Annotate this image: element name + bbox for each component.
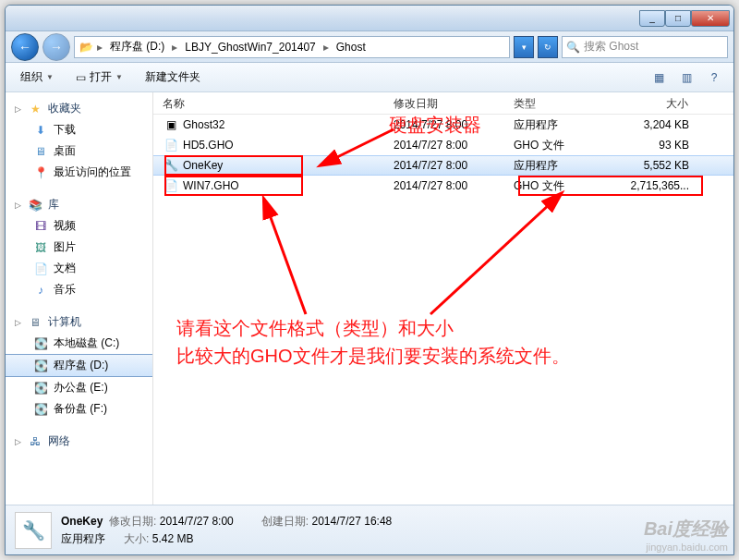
forward-button[interactable]: → <box>42 33 70 61</box>
file-type: 应用程序 <box>504 158 606 174</box>
minimize-button[interactable]: _ <box>639 10 665 27</box>
column-type[interactable]: 类型 <box>504 92 606 114</box>
sidebar-downloads[interactable]: ⬇下载 <box>6 119 152 140</box>
file-size: 2,715,365... <box>606 179 698 192</box>
toolbar: 组织▼ ▭打开▼ 新建文件夹 ▦ ▥ ? <box>6 63 733 92</box>
sidebar-pictures[interactable]: 🖼图片 <box>6 237 152 258</box>
desktop-icon: 🖥 <box>33 144 48 159</box>
sidebar-music[interactable]: ♪音乐 <box>6 279 152 300</box>
refresh-button[interactable]: ↻ <box>538 36 558 58</box>
file-date: 2014/7/27 8:00 <box>384 179 504 192</box>
network-icon: 🖧 <box>28 434 42 449</box>
video-icon: 🎞 <box>33 219 48 234</box>
view-mode-button[interactable]: ▦ <box>647 67 671 88</box>
document-icon: 📄 <box>33 262 48 276</box>
file-name: HD5.GHO <box>183 139 384 152</box>
sidebar-drive-f[interactable]: 💽备份盘 (F:) <box>6 398 152 420</box>
file-row[interactable]: 📄 HD5.GHO 2014/7/27 8:00 GHO 文件 93 KB <box>153 135 733 155</box>
column-name[interactable]: 名称 <box>153 92 384 114</box>
file-size: 5,552 KB <box>606 159 698 172</box>
maximize-button[interactable]: □ <box>665 10 691 27</box>
drive-icon: 💽 <box>33 402 48 417</box>
breadcrumb-sep: ▸ <box>172 41 177 54</box>
file-size: 93 KB <box>606 139 698 152</box>
sidebar-drive-d[interactable]: 💽程序盘 (D:) <box>6 354 152 377</box>
gho-icon: 📄 <box>163 138 179 152</box>
exe-icon: 🔧 <box>163 158 179 173</box>
sidebar-recent[interactable]: 📍最近访问的位置 <box>6 162 152 183</box>
drive-icon: 💽 <box>33 336 48 351</box>
sidebar-drive-e[interactable]: 💽办公盘 (E:) <box>6 377 152 398</box>
file-size: 3,204 KB <box>606 118 698 131</box>
column-headers: 名称 修改日期 类型 大小 <box>153 92 733 115</box>
file-row[interactable]: 📄 WIN7.GHO 2014/7/27 8:00 GHO 文件 2,715,3… <box>153 176 733 196</box>
library-icon: 📚 <box>28 198 42 213</box>
open-button[interactable]: ▭打开▼ <box>68 67 130 88</box>
breadcrumb-sep: ▸ <box>323 41 329 54</box>
file-row[interactable]: 🔧 OneKey 2014/7/27 8:00 应用程序 5,552 KB <box>153 155 733 176</box>
file-thumbnail: 🔧 <box>15 512 52 549</box>
preview-pane-button[interactable]: ▥ <box>674 67 698 88</box>
exe-icon: ▣ <box>163 117 179 132</box>
file-type: GHO 文件 <box>504 138 606 153</box>
file-name: Ghost32 <box>183 118 384 131</box>
file-date: 2014/7/27 8:00 <box>384 159 504 172</box>
file-type: 应用程序 <box>504 117 606 133</box>
titlebar: _ □ ✕ <box>6 6 733 31</box>
column-date[interactable]: 修改日期 <box>384 92 504 114</box>
drive-icon: 💽 <box>33 359 48 373</box>
file-list-pane: 名称 修改日期 类型 大小 ▣ Ghost32 2014/7/27 8:00 应… <box>153 92 733 505</box>
main-area: ▷★收藏夹 ⬇下载 🖥桌面 📍最近访问的位置 ▷📚库 🎞视频 🖼图片 📄文档 ♪… <box>6 92 733 505</box>
breadcrumb-segment[interactable]: 程序盘 (D:) <box>106 37 168 56</box>
file-name: OneKey <box>183 159 384 172</box>
music-icon: ♪ <box>33 283 48 298</box>
sidebar-drive-c[interactable]: 💽本地磁盘 (C:) <box>6 333 152 354</box>
address-dropdown[interactable]: ▾ <box>514 36 534 58</box>
address-bar[interactable]: 📂 ▸ 程序盘 (D:) ▸ LBJY_GhostWin7_201407 ▸ G… <box>74 36 510 58</box>
computer-icon: 🖥 <box>28 315 42 330</box>
details-name: OneKey <box>61 515 103 528</box>
star-icon: ★ <box>28 102 42 116</box>
close-button[interactable]: ✕ <box>691 10 730 27</box>
folder-icon: 📂 <box>79 40 93 55</box>
gho-icon: 📄 <box>163 178 179 193</box>
details-pane: 🔧 OneKey 修改日期: 2014/7/27 8:00 创建日期: 2014… <box>6 505 733 554</box>
search-placeholder: 搜索 Ghost <box>584 39 638 55</box>
recent-icon: 📍 <box>33 165 48 180</box>
organize-button[interactable]: 组织▼ <box>13 67 61 88</box>
drive-icon: 💽 <box>33 381 48 396</box>
picture-icon: 🖼 <box>33 240 48 255</box>
help-button[interactable]: ? <box>702 67 726 88</box>
file-row[interactable]: ▣ Ghost32 2014/7/27 8:00 应用程序 3,204 KB <box>153 115 733 135</box>
file-list: ▣ Ghost32 2014/7/27 8:00 应用程序 3,204 KB 📄… <box>153 115 733 505</box>
download-icon: ⬇ <box>33 123 48 138</box>
breadcrumb-segment[interactable]: LBJY_GhostWin7_201407 <box>181 39 319 55</box>
sidebar-videos[interactable]: 🎞视频 <box>6 215 152 237</box>
file-date: 2014/7/27 8:00 <box>384 118 504 131</box>
libraries-header[interactable]: ▷📚库 <box>6 194 152 215</box>
breadcrumb-segment[interactable]: Ghost <box>333 39 370 55</box>
search-icon: 🔍 <box>566 41 580 54</box>
address-bar-row: ← → 📂 ▸ 程序盘 (D:) ▸ LBJY_GhostWin7_201407… <box>6 31 733 63</box>
network-header[interactable]: ▷🖧网络 <box>6 431 152 452</box>
computer-header[interactable]: ▷🖥计算机 <box>6 311 152 333</box>
breadcrumb-sep: ▸ <box>97 41 103 54</box>
navigation-pane: ▷★收藏夹 ⬇下载 🖥桌面 📍最近访问的位置 ▷📚库 🎞视频 🖼图片 📄文档 ♪… <box>6 92 153 505</box>
column-size[interactable]: 大小 <box>606 92 698 114</box>
favorites-header[interactable]: ▷★收藏夹 <box>6 98 152 119</box>
file-name: WIN7.GHO <box>183 179 384 192</box>
details-type: 应用程序 <box>61 532 105 545</box>
back-button[interactable]: ← <box>11 33 39 61</box>
file-date: 2014/7/27 8:00 <box>384 139 504 152</box>
sidebar-documents[interactable]: 📄文档 <box>6 258 152 279</box>
new-folder-button[interactable]: 新建文件夹 <box>138 67 208 88</box>
sidebar-desktop[interactable]: 🖥桌面 <box>6 140 152 162</box>
explorer-window: _ □ ✕ ← → 📂 ▸ 程序盘 (D:) ▸ LBJY_GhostWin7_… <box>5 5 734 555</box>
file-type: GHO 文件 <box>504 178 606 194</box>
search-input[interactable]: 🔍 搜索 Ghost <box>562 36 728 58</box>
